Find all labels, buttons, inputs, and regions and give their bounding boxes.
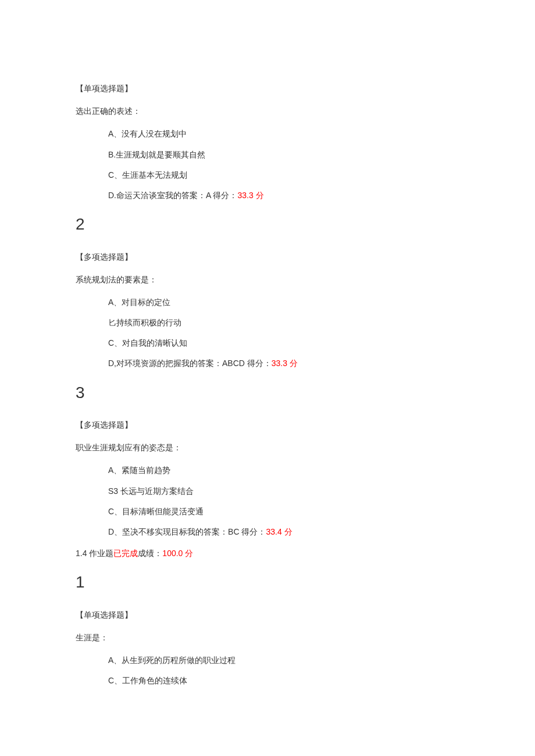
q4-option-c: C、工作角色的连续体 (108, 673, 459, 688)
q3-option-b: S3 长远与近期方案结合 (108, 484, 459, 499)
question-4-text: 生涯是： (76, 630, 459, 645)
section-score-label: 成绩： (138, 549, 162, 558)
section-score-unit: 分 (185, 549, 193, 558)
q2-option-a: A、对目标的定位 (108, 295, 459, 310)
q1-option-b: B.生涯规划就是要顺其自然 (108, 148, 459, 162)
q1-option-d: D.命运天洽谈室我的答案：A 得分：33.3 分 (108, 188, 459, 203)
q2-option-c: C、对自我的清晰认知 (108, 336, 459, 350)
q2-score: 33.3 分 (272, 359, 298, 368)
section-done: 已完成 (113, 549, 138, 558)
section-header: 1.4 作业题已完成成绩：100.0 分 (76, 546, 459, 561)
question-number-2: 2 (76, 210, 459, 239)
q3-option-d: D、坚决不移实现目标我的答案：BC 得分：33.4 分 (108, 525, 459, 539)
q1-score: 33.3 分 (237, 191, 263, 200)
question-3-type: 【多项选择题】 (76, 418, 459, 432)
section-score-value: 100.0 (162, 549, 185, 558)
question-3-text: 职业生涯规划应有的姿态是： (76, 440, 459, 455)
question-number-3: 3 (76, 378, 459, 407)
q1-option-c: C、生涯基本无法规划 (108, 168, 459, 182)
q3-score: 33.4 分 (266, 527, 292, 536)
q4-option-a: A、从生到死的历程所做的职业过程 (108, 653, 459, 668)
question-2-text: 系统规划法的要素是： (76, 273, 459, 287)
question-1-text: 选出正确的表述： (76, 104, 459, 119)
q3-option-a: A、紧随当前趋势 (108, 463, 459, 478)
section-title: 作业题 (89, 549, 113, 558)
q3-option-d-text: D、坚决不移实现目标我的答案：BC 得分： (108, 527, 266, 536)
q2-option-d-text: D,对环境资源的把握我的答案：ABCD 得分： (108, 359, 272, 368)
question-1-type: 【单项选择题】 (76, 81, 459, 96)
q2-option-d: D,对环境资源的把握我的答案：ABCD 得分：33.3 分 (108, 356, 459, 371)
section-prefix: 1.4 (76, 549, 89, 558)
question-number-1b: 1 (76, 568, 459, 597)
q1-option-d-text: D.命运天洽谈室我的答案：A 得分： (108, 191, 237, 200)
question-4-type: 【单项选择题】 (76, 608, 459, 622)
q3-option-c: C、目标清晰但能灵活变通 (108, 504, 459, 519)
q1-option-a: A、没有人没在规划中 (108, 127, 459, 141)
question-2-type: 【多项选择题】 (76, 250, 459, 264)
q2-option-b: 匕持续而积极的行动 (108, 316, 459, 330)
